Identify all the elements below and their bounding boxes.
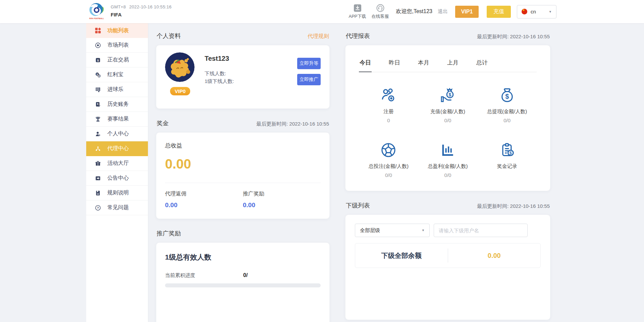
subordinate-username-input[interactable] bbox=[434, 224, 528, 237]
megaphone-icon bbox=[94, 175, 102, 182]
trophy-icon: ★ bbox=[94, 116, 102, 123]
svg-text:$: $ bbox=[97, 102, 98, 105]
grid-menu-icon bbox=[94, 27, 102, 34]
progress-value: 0/ bbox=[243, 272, 248, 278]
book-icon bbox=[94, 190, 102, 196]
svg-text:★: ★ bbox=[97, 117, 99, 119]
sidebar-item-rules[interactable]: 规则说明 bbox=[86, 186, 148, 200]
withdraw-moneybag-icon: $ bbox=[477, 85, 537, 104]
svg-text:?: ? bbox=[97, 206, 99, 210]
svg-text:$: $ bbox=[449, 92, 451, 97]
coins-icon: $$ bbox=[94, 72, 102, 78]
level-filter-select[interactable]: 全部层级 ▼ bbox=[355, 224, 430, 237]
tab-this-month[interactable]: 本月 bbox=[417, 56, 430, 72]
subordinates-card: 全部层级 ▼ 下级全部余额 0.00 bbox=[345, 215, 550, 320]
sidebar-item-personal[interactable]: 个人中心 bbox=[86, 127, 148, 141]
vip-level-badge: VIP0 bbox=[170, 87, 191, 95]
sidebar-item-announcement[interactable]: 公告中心 bbox=[86, 171, 148, 186]
stat-profit[interactable]: 总盈利(金额/人数) 0/0 bbox=[418, 140, 478, 178]
sidebar-item-results[interactable]: ★ 赛事结果 bbox=[86, 112, 148, 127]
language-select[interactable]: ★ cn ▼ bbox=[517, 5, 556, 18]
bonus-last-update: 最后更新时间: 2022-10-16 10:55 bbox=[256, 121, 329, 127]
sidebar-item-agency-center[interactable]: 代理中心 bbox=[86, 141, 148, 156]
sidebar-item-faq[interactable]: ? 常见问题 bbox=[86, 200, 148, 215]
welcome-user-text: 欢迎您,Test123 bbox=[396, 8, 432, 15]
bet-soccer-icon bbox=[359, 140, 418, 159]
report-section-title: 代理报表 bbox=[346, 32, 370, 40]
brand-logo: FIFA FOOTBALL bbox=[86, 1, 107, 23]
bonus-record-icon: $ bbox=[477, 140, 537, 159]
level1-downline-count-label: 1级下线人数: bbox=[205, 77, 234, 85]
chevron-down-icon: ▼ bbox=[422, 229, 425, 232]
china-flag-icon: ★ bbox=[522, 9, 527, 14]
sidebar-item-goal-fun[interactable]: 进球乐 bbox=[86, 82, 148, 97]
deposit-hand-moneybag-icon: $ bbox=[418, 85, 478, 104]
promo-reward-value: 0.00 bbox=[243, 201, 321, 209]
sidebar-header: 功能列表 bbox=[86, 23, 148, 38]
online-service-button[interactable]: 在线客服 bbox=[371, 4, 390, 19]
ledger-icon: $ bbox=[94, 101, 102, 108]
sidebar: 功能列表 市场列表 $ 正在交易 $$ 红利宝 进球乐 $ 历史账务 ★ 赛事结… bbox=[86, 23, 148, 322]
progress-bar bbox=[165, 283, 321, 287]
subordinates-section-title: 下级列表 bbox=[346, 201, 370, 210]
promo-reward-label: 推广奖励 bbox=[243, 190, 321, 197]
soccer-ball-icon bbox=[94, 42, 102, 49]
register-users-icon bbox=[359, 85, 418, 104]
promotion-section-title: 推广奖励 bbox=[157, 229, 181, 237]
sidebar-item-market-list[interactable]: 市场列表 bbox=[86, 38, 148, 53]
sidebar-item-activity[interactable]: 活动大厅 bbox=[86, 156, 148, 171]
promote-now-button[interactable]: 立即推广 bbox=[297, 74, 321, 85]
chevron-down-icon: ▼ bbox=[549, 10, 552, 13]
tab-last-month[interactable]: 上月 bbox=[446, 56, 459, 72]
recharge-button[interactable]: 充值 bbox=[487, 6, 511, 18]
stat-bet[interactable]: 总投注(金额/人数) 0/0 bbox=[359, 140, 418, 178]
logout-link[interactable]: 退出 bbox=[438, 8, 448, 15]
total-income-value: 0.00 bbox=[165, 156, 321, 172]
subordinates-balance-label: 下级全部余额 bbox=[355, 251, 448, 260]
profile-card: VIP0 Test123 下线人数: 1级下线人数: 立即升等 立即推广 bbox=[156, 45, 330, 109]
tab-yesterday[interactable]: 昨日 bbox=[388, 56, 401, 72]
datetime-label: 2022-10-16 10:55:16 bbox=[129, 4, 171, 9]
vip-level-button[interactable]: VIP1 bbox=[455, 6, 479, 18]
app-download-label: APP下载 bbox=[348, 13, 367, 19]
sitemap-icon bbox=[94, 145, 102, 152]
report-tabs: 今日 昨日 本月 上月 总计 bbox=[359, 56, 537, 72]
agent-report-card: 今日 昨日 本月 上月 总计 注册 0 $ 充值(金额/人数) 0/0 bbox=[345, 45, 550, 191]
downline-count-label: 下线人数: bbox=[205, 70, 234, 77]
svg-text:FIFA FOOTBALL: FIFA FOOTBALL bbox=[89, 17, 104, 19]
sidebar-item-history[interactable]: $ 历史账务 bbox=[86, 97, 148, 112]
svg-text:$: $ bbox=[509, 151, 512, 155]
svg-text:$: $ bbox=[505, 93, 509, 100]
upgrade-now-button[interactable]: 立即升等 bbox=[297, 58, 321, 69]
avatar bbox=[165, 52, 195, 82]
tab-total[interactable]: 总计 bbox=[476, 56, 488, 72]
subordinates-balance-box: 下级全部余额 0.00 bbox=[355, 243, 541, 268]
promotion-card: 1级总有效人数 当前累积进度 0/ bbox=[156, 242, 330, 322]
sidebar-item-trading[interactable]: $ 正在交易 bbox=[86, 53, 148, 67]
stat-deposit[interactable]: $ 充值(金额/人数) 0/0 bbox=[418, 85, 478, 123]
goal-net-icon bbox=[94, 86, 102, 93]
brand-name: FIFA bbox=[111, 12, 172, 17]
download-icon bbox=[348, 4, 367, 12]
app-download-button[interactable]: APP下载 bbox=[348, 4, 367, 19]
stat-bonus-record[interactable]: $ 奖金记录 bbox=[477, 140, 537, 178]
stat-withdraw[interactable]: $ 总提现(金额/人数) 0/0 bbox=[477, 85, 537, 123]
headset-icon bbox=[371, 4, 390, 12]
username: Test123 bbox=[205, 55, 234, 62]
level1-valid-users-title: 1级总有效人数 bbox=[165, 252, 321, 262]
stat-register[interactable]: 注册 0 bbox=[359, 85, 418, 123]
server-time: GMT+82022-10-16 10:55:16 FIFA bbox=[111, 4, 172, 17]
sidebar-item-dividend[interactable]: $$ 红利宝 bbox=[86, 67, 148, 82]
progress-label: 当前累积进度 bbox=[165, 272, 243, 279]
tab-today[interactable]: 今日 bbox=[359, 56, 372, 72]
question-icon: ? bbox=[94, 204, 102, 211]
sidebar-title: 功能列表 bbox=[107, 27, 129, 34]
subordinates-balance-value: 0.00 bbox=[448, 252, 541, 260]
bonus-card: 总收益 0.00 代理返佣 0.00 推广奖励 0.00 bbox=[156, 132, 330, 219]
language-code: cn bbox=[531, 9, 549, 14]
level-filter-value: 全部层级 bbox=[360, 227, 380, 234]
svg-text:$: $ bbox=[97, 58, 99, 62]
profile-section-title: 个人资料 bbox=[157, 32, 181, 40]
agent-rules-link[interactable]: 代理规则 bbox=[308, 33, 329, 40]
agent-commission-value: 0.00 bbox=[165, 201, 243, 209]
